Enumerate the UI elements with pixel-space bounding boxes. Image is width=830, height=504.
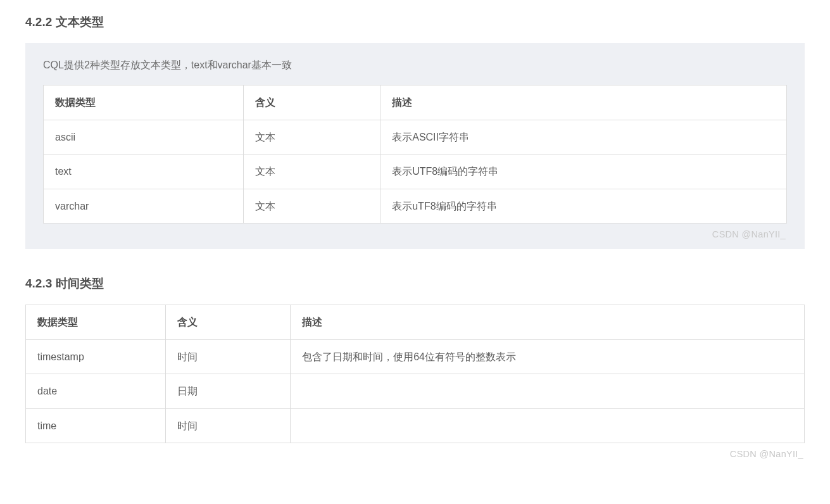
table-cell: 文本 [244, 120, 380, 154]
table-row: text 文本 表示UTF8编码的字符串 [44, 154, 787, 189]
table-header-cell: 数据类型 [26, 305, 166, 339]
table-time-types: 数据类型 含义 描述 timestamp 时间 包含了日期和时间，使用64位有符… [25, 305, 805, 443]
table-cell: varchar [44, 189, 244, 224]
section-heading: 4.2.3 时间类型 [25, 274, 805, 293]
table-cell: 时间 [166, 339, 291, 374]
quote-intro-text: CQL提供2种类型存放文本类型，text和varchar基本一致 [43, 57, 787, 73]
table-header-cell: 含义 [166, 305, 291, 339]
table-cell: ascii [44, 120, 244, 154]
table-text-types: 数据类型 含义 描述 ascii 文本 表示ASCII字符串 text 文本 表… [43, 85, 787, 224]
table-header-cell: 描述 [380, 85, 787, 120]
table-header-cell: 描述 [291, 305, 805, 339]
table-cell: time [26, 408, 166, 443]
table-cell: 日期 [166, 374, 291, 409]
table-header-row: 数据类型 含义 描述 [44, 85, 787, 120]
table-cell: 时间 [166, 408, 291, 443]
table-header-row: 数据类型 含义 描述 [26, 305, 805, 339]
table-cell [291, 374, 805, 409]
table-row: varchar 文本 表示uTF8编码的字符串 [44, 189, 787, 224]
section-text-types: 4.2.2 文本类型 CQL提供2种类型存放文本类型，text和varchar基… [25, 13, 805, 249]
watermark-text: CSDN @NanYII_ [25, 447, 805, 462]
table-row: timestamp 时间 包含了日期和时间，使用64位有符号的整数表示 [26, 339, 805, 374]
table-row: date 日期 [26, 374, 805, 409]
section-time-types: 4.2.3 时间类型 数据类型 含义 描述 timestamp 时间 包含了日期… [25, 274, 805, 462]
table-cell: timestamp [26, 339, 166, 374]
table-cell: 包含了日期和时间，使用64位有符号的整数表示 [291, 339, 805, 374]
table-cell: text [44, 154, 244, 189]
table-cell: 文本 [244, 189, 380, 224]
table-cell: 表示uTF8编码的字符串 [380, 189, 787, 224]
watermark-text: CSDN @NanYII_ [43, 227, 787, 242]
table-header-cell: 含义 [244, 85, 380, 120]
table-row: time 时间 [26, 408, 805, 443]
table-row: ascii 文本 表示ASCII字符串 [44, 120, 787, 154]
table-cell: date [26, 374, 166, 409]
table-cell [291, 408, 805, 443]
table-cell: 文本 [244, 154, 380, 189]
table-header-cell: 数据类型 [44, 85, 244, 120]
section-heading: 4.2.2 文本类型 [25, 13, 805, 32]
table-cell: 表示ASCII字符串 [380, 120, 787, 154]
table-cell: 表示UTF8编码的字符串 [380, 154, 787, 189]
quote-block: CQL提供2种类型存放文本类型，text和varchar基本一致 数据类型 含义… [25, 43, 805, 248]
